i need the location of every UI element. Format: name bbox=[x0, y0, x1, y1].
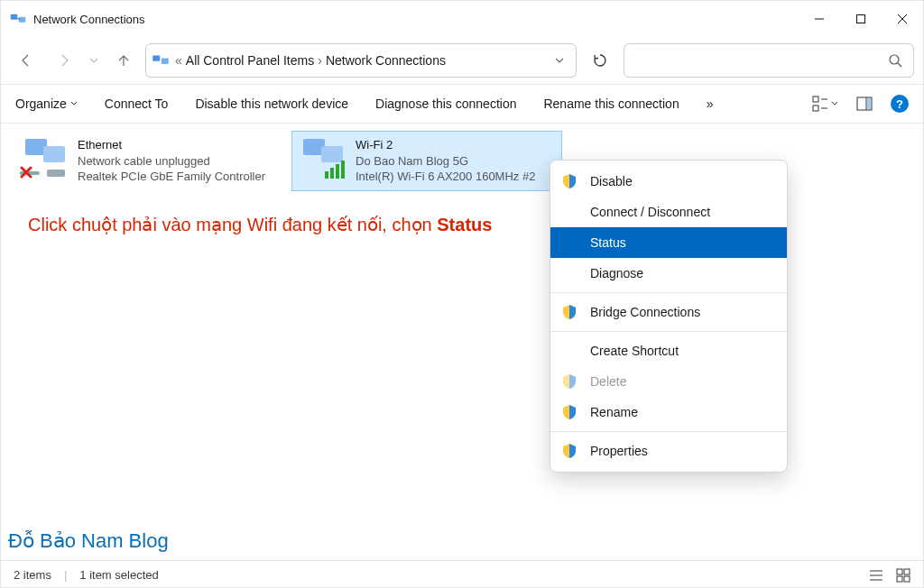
ctx-separator bbox=[550, 431, 787, 432]
status-bar: 2 items | 1 item selected bbox=[1, 560, 923, 588]
ctx-separator bbox=[550, 292, 787, 293]
adapter-name: Wi-Fi 2 bbox=[356, 137, 535, 153]
toolbar-overflow-button[interactable]: » bbox=[707, 96, 713, 111]
window-title: Network Connections bbox=[33, 13, 145, 26]
adapter-status: Do Bao Nam Blog 5G bbox=[356, 153, 535, 170]
ctx-properties[interactable]: Properties bbox=[550, 436, 787, 466]
status-item-count: 2 items bbox=[14, 568, 51, 582]
toolbar: Organize Connect To Disable this network… bbox=[1, 84, 923, 124]
chevron-down-icon bbox=[831, 100, 838, 107]
svg-rect-23 bbox=[325, 171, 328, 179]
svg-rect-33 bbox=[904, 576, 910, 582]
adapter-device: Intel(R) Wi-Fi 6 AX200 160MHz #2 bbox=[356, 169, 535, 185]
ctx-connect-disconnect[interactable]: Connect / Disconnect bbox=[550, 197, 787, 227]
svg-rect-6 bbox=[152, 55, 160, 60]
svg-rect-7 bbox=[162, 59, 169, 64]
breadcrumb-overflow[interactable]: « bbox=[175, 53, 182, 68]
svg-point-8 bbox=[890, 55, 899, 64]
shield-icon bbox=[561, 373, 578, 390]
adapter-device: Realtek PCIe GbE Family Controller bbox=[78, 169, 265, 185]
address-dropdown-button[interactable] bbox=[543, 55, 576, 66]
svg-rect-18 bbox=[43, 146, 65, 162]
title-bar: Network Connections bbox=[1, 1, 923, 37]
address-bar[interactable]: « All Control Panel Items › Network Conn… bbox=[145, 43, 577, 78]
nav-row: « All Control Panel Items › Network Conn… bbox=[1, 37, 923, 84]
ctx-delete: Delete bbox=[550, 366, 787, 397]
search-box[interactable] bbox=[624, 43, 914, 78]
diagnose-connection-button[interactable]: Diagnose this connection bbox=[375, 96, 516, 111]
shield-icon bbox=[561, 173, 578, 189]
minimize-button[interactable] bbox=[799, 1, 840, 37]
breadcrumb-item-control-panel[interactable]: All Control Panel Items bbox=[186, 53, 314, 68]
search-icon bbox=[888, 53, 902, 68]
ctx-separator bbox=[550, 331, 787, 332]
svg-rect-32 bbox=[897, 576, 902, 582]
svg-rect-25 bbox=[336, 164, 339, 179]
svg-rect-16 bbox=[867, 98, 871, 109]
svg-rect-30 bbox=[897, 569, 902, 574]
ctx-create-shortcut[interactable]: Create Shortcut bbox=[550, 335, 787, 366]
breadcrumb-separator-icon: › bbox=[318, 53, 322, 68]
rename-connection-button[interactable]: Rename this connection bbox=[543, 96, 679, 111]
forward-button[interactable] bbox=[48, 44, 80, 77]
svg-rect-31 bbox=[904, 569, 910, 574]
back-button[interactable] bbox=[10, 44, 42, 77]
refresh-button[interactable] bbox=[582, 43, 618, 78]
svg-line-9 bbox=[898, 63, 901, 67]
svg-rect-11 bbox=[813, 106, 818, 111]
connect-to-button[interactable]: Connect To bbox=[105, 96, 169, 111]
help-button[interactable]: ? bbox=[891, 95, 909, 113]
ethernet-icon bbox=[20, 137, 70, 180]
ctx-disable[interactable]: Disable bbox=[550, 166, 787, 197]
ctx-diagnose[interactable]: Diagnose bbox=[550, 258, 787, 289]
breadcrumb-item-network-connections[interactable]: Network Connections bbox=[326, 53, 446, 68]
organize-menu[interactable]: Organize bbox=[15, 96, 78, 111]
svg-rect-22 bbox=[321, 146, 343, 162]
adapter-status: Network cable unplugged bbox=[78, 153, 265, 170]
ctx-status[interactable]: Status bbox=[550, 227, 787, 258]
tiles-view-button[interactable] bbox=[896, 568, 910, 583]
disable-device-button[interactable]: Disable this network device bbox=[195, 96, 348, 111]
maximize-button[interactable] bbox=[840, 1, 882, 37]
preview-pane-button[interactable] bbox=[856, 96, 873, 112]
adapter-wifi[interactable]: Wi-Fi 2 Do Bao Nam Blog 5G Intel(R) Wi-F… bbox=[291, 131, 562, 191]
shield-icon bbox=[561, 404, 578, 420]
instruction-annotation: Click chuột phải vào mạng Wifi đang kết … bbox=[28, 214, 492, 235]
svg-rect-3 bbox=[857, 15, 865, 23]
addressbar-location-icon bbox=[152, 53, 170, 68]
svg-rect-24 bbox=[330, 168, 334, 179]
shield-icon bbox=[561, 443, 578, 459]
chevron-down-icon bbox=[70, 100, 78, 107]
content-area: Ethernet Network cable unplugged Realtek… bbox=[1, 124, 923, 560]
context-menu: Disable Connect / Disconnect Status Diag… bbox=[550, 160, 788, 473]
view-options-button[interactable] bbox=[812, 96, 838, 112]
close-button[interactable] bbox=[882, 1, 923, 37]
view-icon bbox=[812, 96, 828, 112]
svg-rect-10 bbox=[813, 96, 818, 102]
ctx-bridge[interactable]: Bridge Connections bbox=[550, 297, 787, 327]
status-selected-count: 1 item selected bbox=[79, 568, 158, 582]
adapter-name: Ethernet bbox=[78, 137, 265, 153]
ctx-rename[interactable]: Rename bbox=[550, 397, 787, 427]
adapter-ethernet[interactable]: Ethernet Network cable unplugged Realtek… bbox=[14, 131, 284, 191]
app-icon bbox=[10, 11, 26, 27]
svg-rect-0 bbox=[11, 14, 18, 20]
svg-rect-26 bbox=[341, 161, 345, 179]
wifi-icon bbox=[298, 137, 348, 180]
up-button[interactable] bbox=[107, 44, 140, 77]
recent-locations-button[interactable] bbox=[86, 56, 102, 65]
watermark-text: Đỗ Bảo Nam Blog bbox=[8, 529, 169, 553]
shield-icon bbox=[561, 304, 578, 320]
details-view-button[interactable] bbox=[869, 568, 883, 583]
svg-rect-20 bbox=[47, 170, 65, 177]
